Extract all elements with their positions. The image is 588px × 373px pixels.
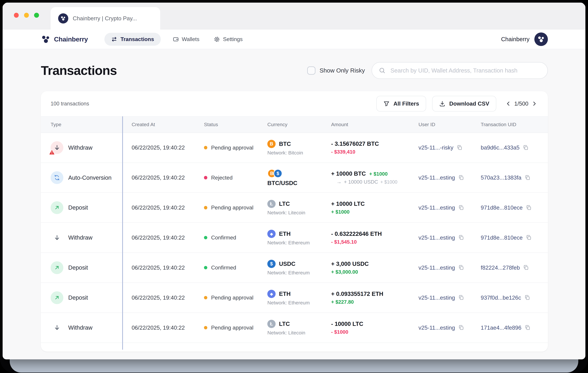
copy-transaction-uid-button[interactable] [525,295,530,300]
coin-stack: B$ [267,169,282,178]
type-label: Deposit [68,204,88,211]
user-id-cell: v25-11...esting [419,234,481,241]
nav-item-settings[interactable]: Settings [211,36,245,43]
fullscreen-button[interactable] [34,13,39,18]
amount-cell: + 3,000 USDC + $3,000.00 [331,261,419,275]
status-dot-icon [204,176,207,179]
coin-stack: B [267,140,276,148]
show-only-risky-toggle: Show Only Risky [307,66,365,75]
minimize-button[interactable] [24,13,29,18]
type-cell: Deposit [51,261,132,274]
copy-user-id-button[interactable] [458,235,464,240]
ltc-coin-icon: Ł [267,200,276,208]
copy-user-id-button[interactable] [458,265,464,270]
coin-stack: ◆ [267,290,276,298]
gear-icon [214,36,220,43]
user-id: v25-11...esting [419,204,455,211]
copy-icon [526,235,532,240]
copy-transaction-uid-button[interactable] [526,205,532,211]
status-label: Pending approval [211,295,253,301]
copy-icon [458,175,464,181]
search-input[interactable] [390,67,541,74]
copy-user-id-button[interactable] [457,145,462,150]
transactions-count: 100 transactions [51,101,89,107]
column-resize-divider[interactable] [122,116,123,350]
transaction-uid: 971d8e...810ece [481,234,523,241]
transaction-uid-cell: 971d8e...810ece [481,204,538,211]
copy-user-id-button[interactable] [458,295,464,300]
currency-line2: Network: Ethereum [267,300,331,306]
copy-icon [525,295,530,300]
transaction-uid: ba9d6c...433a5 [481,144,520,151]
user-id: v25-11...-risky [419,144,453,151]
nav-item-wallets[interactable]: Wallets [170,36,202,43]
download-csv-label: Download CSV [449,100,489,107]
nav-item-transactions[interactable]: Transactions [104,33,161,46]
filter-funnel-icon [383,100,390,107]
created-at: 06/22/2025, 19:40:22 [132,234,204,241]
copy-transaction-uid-button[interactable] [525,175,530,181]
col-header-status: Status [204,122,267,127]
copy-user-id-button[interactable] [458,325,464,330]
eth-coin-icon: ◆ [267,290,276,298]
amount-line2: - $339,410 [331,149,419,155]
btc-coin-icon: B [267,140,276,148]
created-at: 06/22/2025, 19:40:22 [132,295,204,301]
browser-window: Chainberry | Crypto Pay... Chainberry Tr… [3,3,585,359]
amount-main: + 0.093355172 ETH [331,291,383,297]
status-dot-icon [204,206,207,209]
currency-label: LTC [279,201,290,207]
amount-main: - 10000 LTC [331,321,363,327]
browser-chrome: Chainberry | Crypto Pay... [3,3,585,30]
transaction-uid-cell: 171ae4...4fe896 [481,325,538,331]
copy-transaction-uid-button[interactable] [525,325,530,330]
transaction-uid-cell: f82224...278feb [481,265,538,271]
user-id: v25-11...esting [419,174,455,181]
screen: Chainberry | Crypto Pay... Chainberry Tr… [0,0,588,373]
col-header-created-at: Created At [132,122,204,127]
user-id-cell: v25-11...-risky [419,144,481,151]
currency-cell: ◆ ETH Network: Ethereum [267,290,331,306]
conversion-sync-icon [54,175,60,181]
show-only-risky-checkbox[interactable] [307,66,315,75]
status-dot-icon [204,326,207,329]
transaction-uid: 570a23...1383fa [481,174,521,181]
user-id-cell: v25-11...esting [419,174,481,181]
table-row: Withdraw 06/22/2025, 19:40:22 Pending ap… [41,133,548,163]
brand-logo[interactable]: Chainberry [41,34,88,44]
close-button[interactable] [14,13,19,18]
copy-transaction-uid-button[interactable] [523,265,529,270]
nav-item-label: Settings [223,36,243,42]
type-cell: Deposit [51,291,132,304]
all-filters-button[interactable]: All Filters [376,96,426,112]
amount-main-extra: + $1000 [369,171,388,177]
copy-transaction-uid-button[interactable] [523,145,529,150]
page-title: Transactions [41,63,117,78]
copy-transaction-uid-button[interactable] [526,235,532,240]
status-label: Rejected [211,175,232,181]
copy-user-id-button[interactable] [458,175,464,181]
currency-line2: Network: Ethereum [267,270,331,276]
amount-line2: + $227.80 [331,299,419,305]
status-cell: Rejected [204,175,267,181]
table-header: Type Created At Status Currency Amount U… [41,116,548,133]
page-prev-button[interactable] [504,100,512,107]
transactions-card: 100 transactions All Filters [41,91,548,352]
status-cell: Pending approval [204,325,267,331]
browser-tab[interactable]: Chainberry | Crypto Pay... [51,7,160,30]
currency-line1: Ł LTC [267,200,331,208]
wallet-icon [173,36,179,42]
copy-icon [458,325,464,330]
search-icon [379,67,386,74]
download-csv-button[interactable]: Download CSV [432,96,496,112]
copy-user-id-button[interactable] [458,205,464,211]
page-next-button[interactable] [531,100,538,107]
currency-label: BTC [279,141,291,147]
amount-cell: + 0.093355172 ETH + $227.80 [331,291,419,305]
amount-sub: - $1000 [331,329,348,335]
account-menu[interactable]: Chainberry [501,32,548,46]
user-id: v25-11...esting [419,234,455,241]
account-name: Chainberry [501,36,529,43]
arrow-down-icon [54,324,61,331]
currency-label: USDC [279,261,295,267]
